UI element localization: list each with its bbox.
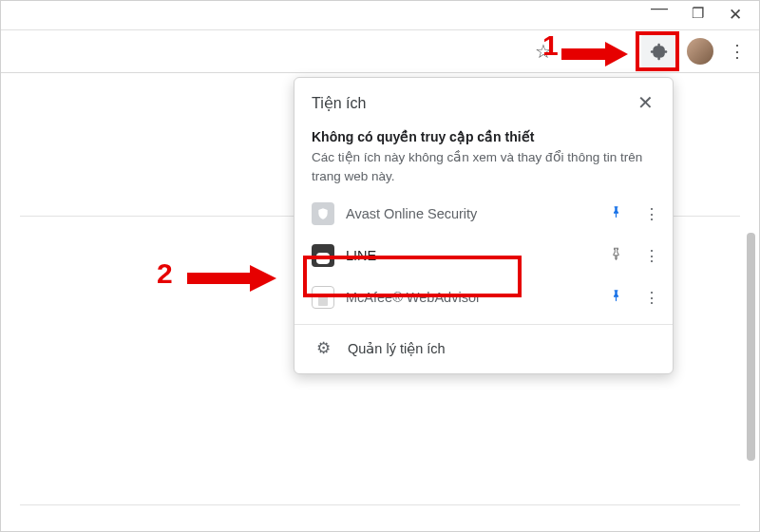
line-app-icon [312, 244, 334, 267]
scrollbar[interactable] [747, 233, 755, 461]
extensions-popup: Tiện ích ✕ Không có quyền truy cập cần t… [294, 77, 674, 374]
extensions-button[interactable] [641, 34, 677, 68]
permission-heading: Không có quyền truy cập cần thiết [312, 129, 656, 144]
gear-icon: ⚙ [312, 338, 334, 358]
extension-menu-button[interactable]: ⋮ [640, 205, 663, 223]
avast-shield-icon [312, 202, 334, 225]
window-restore-button[interactable]: ❐ [687, 5, 708, 22]
extension-label: McAfee® WebAdvisor [346, 290, 591, 305]
browser-toolbar: ☆ ⋮ [1, 29, 759, 73]
extension-row-line[interactable]: LINE ⋮ [294, 235, 673, 276]
window-close-button[interactable]: ✕ [725, 5, 746, 25]
mcafee-icon [312, 286, 334, 309]
pin-button[interactable] [602, 288, 629, 308]
manage-extensions-button[interactable]: ⚙ Quản lý tiện ích [294, 325, 673, 373]
puzzle-icon [650, 42, 669, 61]
extension-row-mcafee[interactable]: McAfee® WebAdvisor ⋮ [294, 276, 673, 318]
popup-permission-section: Không có quyền truy cập cần thiết Các ti… [294, 120, 673, 187]
extension-menu-button[interactable]: ⋮ [640, 247, 663, 265]
pin-button[interactable] [602, 246, 629, 266]
pin-filled-icon [609, 288, 623, 304]
permission-description: Các tiện ích này không cần xem và thay đ… [312, 148, 656, 185]
browser-menu-button[interactable]: ⋮ [723, 41, 751, 62]
bookmark-star-icon[interactable]: ☆ [529, 40, 558, 63]
extension-row-avast[interactable]: Avast Online Security ⋮ [294, 193, 673, 235]
popup-title: Tiện ích [312, 94, 366, 112]
profile-avatar[interactable] [687, 38, 713, 65]
extension-label: LINE [346, 248, 591, 263]
pin-filled-icon [609, 204, 623, 220]
extension-menu-button[interactable]: ⋮ [640, 289, 663, 307]
window-minimize-button[interactable]: — [649, 3, 670, 12]
pin-outline-icon [609, 246, 623, 262]
extension-label: Avast Online Security [346, 206, 591, 221]
popup-close-button[interactable]: ✕ [632, 89, 659, 116]
pin-button[interactable] [602, 204, 629, 224]
manage-extensions-label: Quản lý tiện ích [348, 341, 446, 356]
